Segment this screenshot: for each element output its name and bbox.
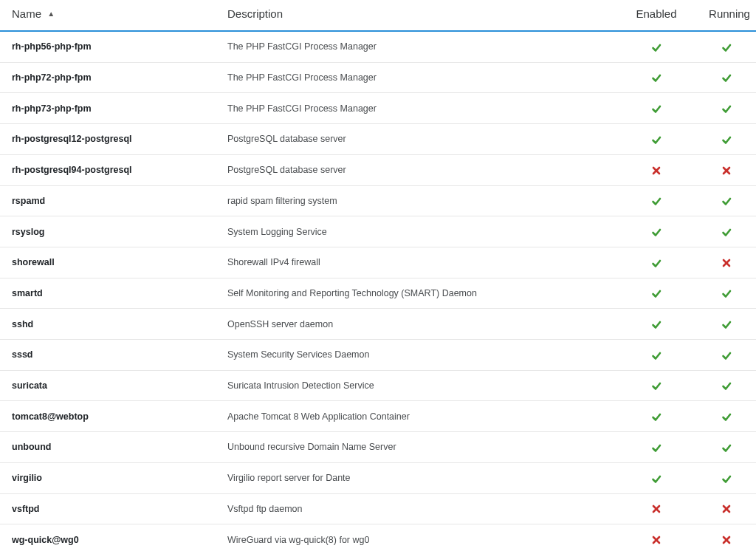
service-description: The PHP FastCGI Process Manager [227,103,377,114]
service-name-link[interactable]: sssd [12,349,33,360]
service-enabled-cell [616,401,697,432]
service-description: rapid spam filtering system [227,196,337,206]
service-running-cell [697,93,756,124]
service-enabled-cell [616,247,697,278]
column-header-name-label: Name [12,7,41,20]
table-row: wg-quick@wg0WireGuard via wg-quick(8) fo… [0,524,756,554]
service-description: Virgilio report server for Dante [227,473,351,483]
service-name-cell: smartd [0,278,221,309]
cross-icon [721,535,732,545]
service-enabled-cell [616,62,697,93]
service-name-link[interactable]: rh-php56-php-fpm [12,41,92,52]
service-enabled-cell [616,340,697,371]
service-name-link[interactable]: rspamd [12,196,45,206]
service-name-link[interactable]: rh-postgresql94-postgresql [12,165,132,175]
service-name-cell: vsftpd [0,493,221,524]
service-description: WireGuard via wg-quick(8) for wg0 [227,535,369,545]
service-enabled-cell [616,370,697,401]
service-name-cell: wg-quick@wg0 [0,524,221,554]
sort-asc-icon: ▲ [47,10,55,18]
service-description-cell: The PHP FastCGI Process Manager [221,62,616,93]
table-row: rh-php73-php-fpmThe PHP FastCGI Process … [0,93,756,124]
service-running-cell [697,432,756,463]
check-icon [651,411,662,422]
service-description-cell: PostgreSQL database server [221,154,616,185]
service-name-cell: unbound [0,432,221,463]
service-description: The PHP FastCGI Process Manager [227,41,377,52]
table-row: sssdSystem Security Services Daemon [0,340,756,371]
service-description-cell: Self Monitoring and Reporting Technology… [221,278,616,309]
service-description: Unbound recursive Domain Name Server [227,442,396,452]
check-icon [721,196,732,206]
service-description-cell: System Security Services Daemon [221,340,616,371]
service-name-link[interactable]: tomcat8@webtop [12,411,89,422]
service-name-link[interactable]: rsyslog [12,227,44,237]
check-icon [651,473,662,484]
cross-icon [721,165,732,176]
table-row: smartdSelf Monitoring and Reporting Tech… [0,278,756,309]
check-icon [721,319,732,329]
service-name-cell: sssd [0,340,221,371]
table-row: shorewallShorewall IPv4 firewall [0,247,756,278]
service-name-link[interactable]: smartd [12,288,43,298]
column-header-description-label: Description [227,7,283,20]
check-icon [721,42,732,52]
service-description: System Security Services Daemon [227,349,369,360]
service-running-cell [697,62,756,93]
check-icon [721,227,732,237]
service-description-cell: rapid spam filtering system [221,185,616,216]
service-name-cell: rh-php72-php-fpm [0,62,221,93]
service-enabled-cell [616,462,697,493]
service-description: System Logging Service [227,227,327,237]
service-name-link[interactable]: vsftpd [12,504,40,514]
column-header-name[interactable]: Name ▲ [0,0,221,31]
check-icon [721,473,732,484]
service-name-cell: rh-postgresql94-postgresql [0,154,221,185]
service-name-link[interactable]: rh-postgresql12-postgresql [12,134,132,144]
service-name-link[interactable]: wg-quick@wg0 [12,535,79,545]
service-name-cell: rh-php73-php-fpm [0,93,221,124]
service-running-cell [697,524,756,554]
cross-icon [651,504,662,514]
check-icon [651,380,662,391]
column-header-running[interactable]: Running [697,0,756,31]
table-row: rh-php72-php-fpmThe PHP FastCGI Process … [0,62,756,93]
service-enabled-cell [616,216,697,247]
column-header-enabled[interactable]: Enabled [616,0,697,31]
check-icon [721,72,732,83]
service-name-link[interactable]: rh-php73-php-fpm [12,103,92,114]
service-name-link[interactable]: unbound [12,442,51,452]
check-icon [651,350,662,360]
service-description-cell: Suricata Intrusion Detection Service [221,370,616,401]
service-running-cell [697,154,756,185]
check-icon [721,288,732,298]
service-running-cell [697,278,756,309]
column-header-description[interactable]: Description [221,0,616,31]
service-name-cell: rh-php56-php-fpm [0,31,221,62]
service-enabled-cell [616,124,697,155]
service-description-cell: Vsftpd ftp daemon [221,493,616,524]
table-row: rsyslogSystem Logging Service [0,216,756,247]
service-name-link[interactable]: suricata [12,380,47,391]
table-row: tomcat8@webtopApache Tomcat 8 Web Applic… [0,401,756,432]
service-description: PostgreSQL database server [227,134,346,144]
check-icon [651,103,662,114]
service-name-link[interactable]: rh-php72-php-fpm [12,72,92,83]
check-icon [721,442,732,453]
service-enabled-cell [616,493,697,524]
service-name-link[interactable]: sshd [12,319,33,329]
service-name-link[interactable]: virgilio [12,473,42,483]
service-name-cell: suricata [0,370,221,401]
cross-icon [651,535,662,545]
check-icon [721,411,732,422]
service-name-cell: tomcat8@webtop [0,401,221,432]
service-running-cell [697,309,756,340]
check-icon [651,227,662,237]
service-description-cell: The PHP FastCGI Process Manager [221,31,616,62]
service-enabled-cell [616,524,697,554]
cross-icon [721,504,732,514]
service-name-link[interactable]: shorewall [12,257,55,267]
service-running-cell [697,185,756,216]
check-icon [721,134,732,145]
service-name-cell: sshd [0,309,221,340]
